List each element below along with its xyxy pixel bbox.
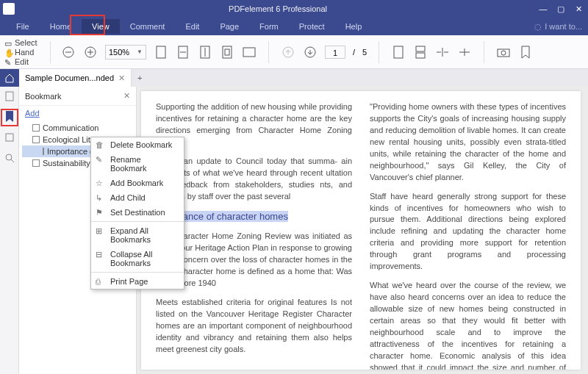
prev-page-button[interactable] xyxy=(281,45,295,60)
search-tab[interactable] xyxy=(3,151,16,165)
fullscreen-button[interactable] xyxy=(242,45,257,60)
menu-form[interactable]: Form xyxy=(249,19,289,34)
ctx-add-child[interactable]: ↳Add Child xyxy=(91,190,184,205)
facing-continuous-button[interactable] xyxy=(457,45,472,60)
document-area: Supporting the addition of new housing w… xyxy=(137,87,588,374)
menu-home[interactable]: Home xyxy=(40,19,82,34)
pdf-page: Supporting the addition of new housing w… xyxy=(141,91,581,370)
svg-rect-12 xyxy=(243,48,255,57)
i-want-to[interactable]: ◌ I want to... xyxy=(534,22,582,32)
zoom-level-select[interactable]: 150%▼ xyxy=(105,45,146,60)
bookmark-label: Communication xyxy=(43,123,98,132)
ctx-add-bookmark[interactable]: ☆Add Bookmark xyxy=(91,176,184,190)
select-label: Select xyxy=(15,38,37,47)
svg-rect-11 xyxy=(225,49,229,55)
i-want-label: I want to... xyxy=(545,22,582,31)
para: Supporting the addition of new housing w… xyxy=(156,101,352,148)
ctx-delete-bookmark[interactable]: 🗑Delete Bookmark xyxy=(91,137,184,152)
single-page-button[interactable] xyxy=(391,45,406,60)
ctx-print-page[interactable]: ⎙Print Page xyxy=(91,274,184,289)
menu-page[interactable]: Page xyxy=(209,19,249,34)
minimize-button[interactable]: — xyxy=(537,4,550,14)
bookmark-icon xyxy=(32,159,40,167)
ctx-collapse-all[interactable]: ⊟Collapse All Bookmarks xyxy=(91,247,184,270)
hand-tool[interactable]: ✋Hand xyxy=(4,48,46,57)
hand-icon: ✋ xyxy=(4,48,12,56)
maximize-button[interactable]: ▢ xyxy=(554,4,567,14)
chevron-down-icon: ▼ xyxy=(137,48,143,55)
print-icon: ⎙ xyxy=(96,277,104,286)
svg-rect-15 xyxy=(394,46,403,58)
actual-size-button[interactable] xyxy=(154,45,168,60)
trash-icon: 🗑 xyxy=(96,140,104,149)
document-tab[interactable]: Sample Documen...nded ✕ xyxy=(19,69,132,87)
new-tab-button[interactable]: + xyxy=(132,73,148,82)
highlight-bookmark-tab xyxy=(1,109,18,126)
ctx-set-destination[interactable]: ⚑Set Destination xyxy=(91,205,184,220)
fit-width-button[interactable] xyxy=(176,45,190,60)
menu-help[interactable]: Help xyxy=(335,19,373,34)
work-area: Bookmark ✕ Add Communication Ecological … xyxy=(0,87,588,374)
ribbon-toolbar: ▭Select ✋Hand ✎Edit 150%▼ 1 / 5 xyxy=(0,35,588,69)
edit-tool[interactable]: ✎Edit xyxy=(4,57,46,66)
ctx-label: Expand All Bookmarks xyxy=(110,226,151,244)
attachments-tab[interactable] xyxy=(3,131,16,144)
menu-edit[interactable]: Edit xyxy=(175,19,209,34)
facing-button[interactable] xyxy=(435,45,450,60)
svg-point-27 xyxy=(6,154,12,160)
continuous-button[interactable] xyxy=(413,45,428,60)
ctx-label: Collapse All Bookmarks xyxy=(110,250,152,267)
separator xyxy=(91,272,184,273)
svg-rect-26 xyxy=(6,134,13,141)
home-tab-button[interactable] xyxy=(0,69,19,87)
zoom-in-button[interactable] xyxy=(83,45,98,60)
zoom-out-button[interactable] xyxy=(61,45,76,60)
para: Staff have heard generally strong suppor… xyxy=(370,191,566,273)
app-title: PDFelement 6 Professional xyxy=(19,4,537,13)
add-bookmark-link[interactable]: Add xyxy=(19,106,136,121)
snapshot-button[interactable] xyxy=(496,45,511,60)
ctx-label: Set Destination xyxy=(110,208,165,217)
next-page-button[interactable] xyxy=(303,45,318,60)
bookmark-ribbon-button[interactable] xyxy=(518,45,533,60)
para: Meets established criteria for original … xyxy=(156,297,352,356)
ctx-label: Delete Bookmark xyxy=(110,140,172,149)
bookmark-icon: ☆ xyxy=(96,179,104,187)
svg-rect-10 xyxy=(223,46,232,58)
fit-page-button[interactable] xyxy=(220,45,234,60)
ctx-expand-all[interactable]: ⊞Expand All Bookmarks xyxy=(91,223,184,247)
ctx-label: Rename Bookmark xyxy=(110,155,147,173)
close-panel-button[interactable]: ✕ xyxy=(123,91,130,101)
bulb-icon: ◌ xyxy=(534,22,542,32)
svg-point-24 xyxy=(501,51,506,55)
page-sep: / xyxy=(353,48,355,57)
zoom-value: 150% xyxy=(109,48,129,57)
edit-label: Edit xyxy=(15,57,29,66)
pencil-icon: ✎ xyxy=(4,58,12,65)
side-tabs xyxy=(0,87,19,374)
pencil-icon: ✎ xyxy=(96,155,104,164)
close-button[interactable]: ✕ xyxy=(572,4,585,14)
close-tab-button[interactable]: ✕ xyxy=(118,73,125,83)
select-tool[interactable]: ▭Select xyxy=(4,38,46,47)
menu-file[interactable]: File xyxy=(6,19,40,34)
flag-icon: ⚑ xyxy=(96,208,104,217)
menu-comment[interactable]: Comment xyxy=(120,19,176,34)
page-number-input[interactable]: 1 xyxy=(325,46,345,59)
bookmark-node[interactable]: Communication xyxy=(22,122,133,134)
bookmark-context-menu: 🗑Delete Bookmark ✎Rename Bookmark ☆Add B… xyxy=(90,137,184,290)
ctx-label: Add Bookmark xyxy=(110,179,163,187)
menu-protect[interactable]: Protect xyxy=(289,19,335,34)
para: What we've heard over the course of the … xyxy=(370,280,566,370)
thumbnails-tab[interactable] xyxy=(3,90,16,103)
svg-rect-5 xyxy=(157,46,165,58)
bookmark-panel-title: Bookmark xyxy=(25,92,62,101)
ctx-rename-bookmark[interactable]: ✎Rename Bookmark xyxy=(91,152,184,176)
menu-view[interactable]: View xyxy=(82,19,120,34)
para: ovided an update to Council today that s… xyxy=(156,156,352,203)
column-left: Supporting the addition of new housing w… xyxy=(156,101,352,359)
bookmark-icon xyxy=(32,136,40,143)
collapse-icon: ⊟ xyxy=(96,250,104,259)
child-icon: ↳ xyxy=(96,193,104,202)
fit-height-button[interactable] xyxy=(198,45,212,60)
